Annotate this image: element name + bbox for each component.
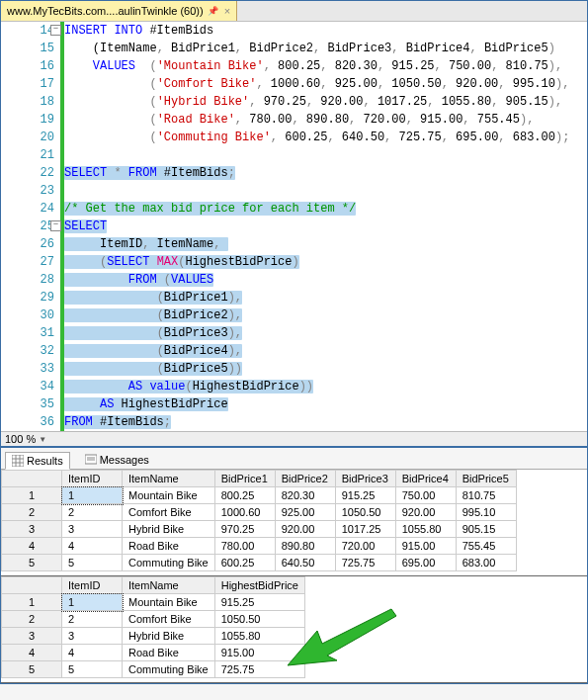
cell[interactable]: 2	[62, 611, 123, 628]
cell[interactable]: 905.15	[456, 521, 516, 538]
table-row[interactable]: 33Hybrid Bike970.25920.001017.251055.809…	[2, 521, 517, 538]
cell[interactable]: 1	[62, 487, 123, 504]
cell[interactable]: 1	[62, 594, 123, 611]
table-row[interactable]: 44Road Bike780.00890.80720.00915.00755.4…	[2, 538, 517, 555]
table-row[interactable]: 22Comfort Bike1000.60925.001050.50920.00…	[2, 504, 517, 521]
table-row[interactable]: 11Mountain Bike915.25	[2, 594, 305, 611]
cell[interactable]: Road Bike	[123, 645, 215, 661]
cell[interactable]: 920.00	[275, 521, 335, 538]
row-header[interactable]: 1	[2, 594, 62, 611]
column-header[interactable]: BidPrice1	[214, 471, 275, 487]
row-header[interactable]: 2	[2, 504, 62, 521]
cell[interactable]: 800.25	[214, 487, 275, 504]
column-header[interactable]: BidPrice4	[395, 471, 456, 487]
cell[interactable]: 750.00	[395, 487, 456, 504]
row-header[interactable]: 3	[2, 628, 62, 645]
cell[interactable]: 3	[62, 521, 123, 538]
code-line[interactable]: (BidPrice4),	[64, 342, 587, 360]
cell[interactable]: 915.00	[395, 538, 456, 555]
column-header[interactable]: ItemID	[62, 471, 123, 487]
close-icon[interactable]: ×	[224, 5, 230, 17]
cell[interactable]: 1000.60	[214, 504, 275, 521]
column-header[interactable]	[2, 471, 62, 487]
row-header[interactable]: 4	[2, 645, 62, 661]
cell[interactable]: 683.00	[456, 555, 516, 571]
cell[interactable]: 2	[62, 504, 123, 521]
code-line[interactable]: (BidPrice3),	[64, 324, 587, 342]
table-row[interactable]: 11Mountain Bike800.25820.30915.25750.008…	[2, 487, 517, 504]
cell[interactable]: 915.25	[335, 487, 395, 504]
cell[interactable]: 5	[62, 661, 123, 678]
cell[interactable]: 600.25	[214, 555, 275, 571]
cell[interactable]: 820.30	[275, 487, 335, 504]
cell[interactable]: Hybrid Bike	[123, 521, 215, 538]
outline-toggle-icon[interactable]: −	[50, 25, 61, 36]
cell[interactable]: 3	[62, 628, 123, 645]
cell[interactable]: 925.00	[275, 504, 335, 521]
column-header[interactable]: BidPrice5	[456, 471, 516, 487]
table-row[interactable]: 55Commuting Bike725.75	[2, 661, 305, 678]
column-header[interactable]: ItemName	[123, 577, 215, 594]
result-table-2[interactable]: ItemIDItemNameHighestBidPrice11Mountain …	[1, 576, 305, 678]
code-line[interactable]: FROM #ItemBids;	[64, 413, 587, 431]
pin-icon[interactable]: 📌	[208, 6, 218, 16]
row-header[interactable]: 1	[2, 487, 62, 504]
cell[interactable]: Commuting Bike	[123, 661, 215, 678]
file-tab[interactable]: www.MyTecBits.com....aulinTwinkle (60)) …	[1, 1, 237, 21]
code-line[interactable]: (BidPrice5))	[64, 360, 587, 378]
code-line[interactable]: ItemID, ItemName,	[64, 235, 587, 253]
code-line[interactable]: ('Commuting Bike', 600.25, 640.50, 725.7…	[64, 129, 587, 146]
code-line[interactable]: ('Road Bike', 780.00, 890.80, 720.00, 91…	[64, 111, 587, 129]
cell[interactable]: 915.25	[214, 594, 304, 611]
cell[interactable]: 1050.50	[335, 504, 395, 521]
cell[interactable]: 780.00	[214, 538, 275, 555]
cell[interactable]: 810.75	[456, 487, 516, 504]
code-line[interactable]: (BidPrice2),	[64, 306, 587, 324]
table-row[interactable]: 55Commuting Bike600.25640.50725.75695.00…	[2, 555, 517, 571]
column-header[interactable]: HighestBidPrice	[214, 577, 304, 594]
row-header[interactable]: 3	[2, 521, 62, 538]
row-header[interactable]: 5	[2, 555, 62, 571]
code-line[interactable]: SELECT * FROM #ItemBids;	[64, 164, 587, 182]
column-header[interactable]: BidPrice2	[275, 471, 335, 487]
chevron-down-icon[interactable]: ▼	[39, 435, 46, 444]
cell[interactable]: 1055.80	[395, 521, 456, 538]
code-line[interactable]: −SELECT	[64, 218, 587, 235]
cell[interactable]: 755.45	[456, 538, 516, 555]
column-header[interactable]	[2, 577, 62, 594]
code-line[interactable]: FROM (VALUES	[64, 271, 587, 289]
cell[interactable]: 725.75	[214, 661, 304, 678]
cell[interactable]: Commuting Bike	[123, 555, 215, 571]
cell[interactable]: 915.00	[214, 645, 304, 661]
tab-messages[interactable]: Messages	[78, 451, 156, 469]
tab-results[interactable]: Results	[5, 452, 70, 470]
code-line[interactable]: VALUES ('Mountain Bike', 800.25, 820.30,…	[64, 57, 587, 75]
code-line[interactable]: AS value(HighestBidPrice))	[64, 378, 587, 395]
cell[interactable]: 1055.80	[214, 628, 304, 645]
cell[interactable]: 890.80	[275, 538, 335, 555]
cell[interactable]: 920.00	[395, 504, 456, 521]
outline-toggle-icon[interactable]: −	[50, 220, 61, 231]
cell[interactable]: Mountain Bike	[123, 594, 215, 611]
cell[interactable]: 725.75	[335, 555, 395, 571]
code-line[interactable]: /* Get the max bid price for each item *…	[64, 200, 587, 218]
cell[interactable]: 970.25	[214, 521, 275, 538]
code-line[interactable]	[64, 146, 587, 164]
column-header[interactable]: ItemID	[62, 577, 123, 594]
cell[interactable]: Mountain Bike	[123, 487, 215, 504]
cell[interactable]: Comfort Bike	[123, 504, 215, 521]
result-table-1[interactable]: ItemIDItemNameBidPrice1BidPrice2BidPrice…	[1, 470, 517, 571]
code-line[interactable]: (SELECT MAX(HighestBidPrice)	[64, 253, 587, 271]
cell[interactable]: 695.00	[395, 555, 456, 571]
code-line[interactable]: (ItemName, BidPrice1, BidPrice2, BidPric…	[64, 40, 587, 57]
table-row[interactable]: 44Road Bike915.00	[2, 645, 305, 661]
code-line[interactable]	[64, 182, 587, 200]
code-editor[interactable]: 1415161718192021222324252627282930313233…	[1, 22, 587, 431]
cell[interactable]: 4	[62, 645, 123, 661]
row-header[interactable]: 4	[2, 538, 62, 555]
code-line[interactable]: (BidPrice1),	[64, 289, 587, 306]
cell[interactable]: Comfort Bike	[123, 611, 215, 628]
cell[interactable]: 720.00	[335, 538, 395, 555]
cell[interactable]: Road Bike	[123, 538, 215, 555]
row-header[interactable]: 2	[2, 611, 62, 628]
